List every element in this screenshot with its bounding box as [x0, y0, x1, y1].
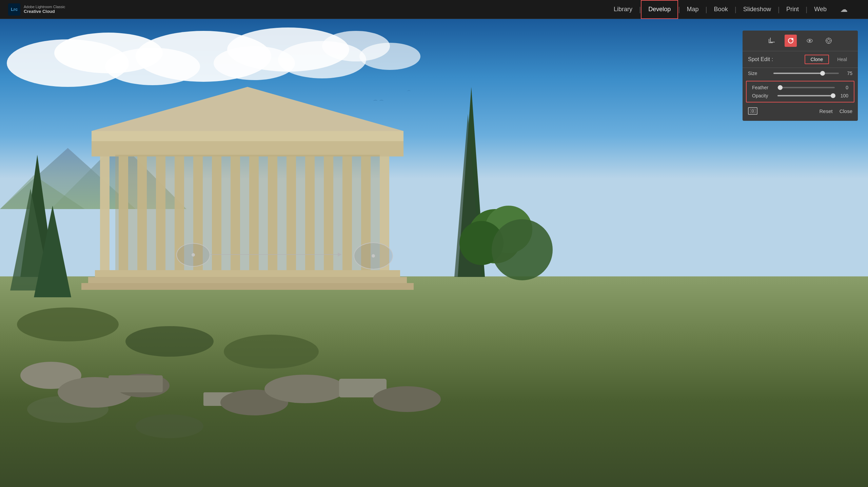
nav-book[interactable]: Book	[707, 0, 735, 19]
spot-arrow	[210, 254, 339, 255]
svg-rect-35	[92, 139, 403, 156]
svg-point-63	[791, 38, 793, 40]
size-slider-row: Size 75	[743, 68, 858, 79]
close-button[interactable]: Close	[840, 108, 852, 114]
nav-web[interactable]: Web	[807, 0, 833, 19]
svg-rect-72	[750, 109, 755, 113]
photo-background: ⌒ ⌒ ⌒	[0, 19, 868, 487]
logo-area: Lrc Adobe Lightroom Classic Creative Clo…	[0, 3, 73, 16]
logo-icon: Lrc	[8, 3, 20, 16]
opacity-slider-row: Opacity 100	[752, 93, 848, 98]
size-slider-track[interactable]	[773, 73, 839, 74]
feather-slider-track[interactable]	[777, 87, 835, 88]
svg-point-67	[827, 39, 830, 42]
size-label: Size	[748, 71, 770, 76]
nav-develop[interactable]: Develop	[641, 0, 678, 19]
feather-slider-row: Feather 0	[752, 85, 848, 90]
navbar: Lrc Adobe Lightroom Classic Creative Clo…	[0, 0, 868, 19]
photo-area: ⌒ ⌒ ⌒	[0, 19, 868, 487]
svg-point-54	[264, 375, 346, 403]
spot-edit-row: Spot Edit : Clone Heal	[743, 51, 858, 68]
app-name-bottom: Creative Cloud	[24, 9, 65, 14]
svg-point-9	[359, 43, 420, 70]
size-value: 75	[842, 71, 852, 76]
nav-map[interactable]: Map	[680, 0, 705, 19]
svg-rect-19	[100, 155, 110, 270]
cloud-sync-icon[interactable]: ☁	[840, 5, 848, 14]
crop-tool-icon[interactable]	[766, 35, 778, 47]
size-slider-thumb[interactable]	[820, 71, 825, 76]
spot-dot-2	[372, 254, 375, 258]
opacity-slider-thumb[interactable]	[831, 93, 835, 98]
svg-point-57	[17, 307, 119, 341]
opacity-slider-fill	[777, 95, 835, 96]
svg-text:⌒: ⌒	[407, 90, 411, 95]
tool-icons-row	[743, 31, 858, 51]
spot-dot-1	[192, 253, 195, 257]
size-slider-fill	[773, 73, 823, 74]
sliders-section: Feather 0 Opacity 100	[746, 81, 854, 102]
action-row: Reset Close	[743, 105, 858, 117]
opacity-label: Opacity	[752, 93, 774, 98]
arrow-head	[338, 252, 342, 257]
reset-button[interactable]: Reset	[819, 108, 832, 114]
heal-button[interactable]: Heal	[832, 55, 852, 63]
logo-text: Adobe Lightroom Classic Creative Cloud	[24, 5, 65, 14]
feather-label: Feather	[752, 85, 774, 90]
nav-slideshow[interactable]: Slideshow	[736, 0, 778, 19]
feather-value: 0	[838, 85, 848, 90]
svg-point-59	[224, 335, 319, 369]
opacity-value: 100	[838, 93, 848, 98]
svg-point-56	[373, 386, 441, 412]
svg-rect-36	[92, 131, 403, 141]
radial-filter-tool-icon[interactable]	[823, 35, 835, 47]
svg-rect-51	[108, 375, 163, 392]
scene-svg: ⌒ ⌒ ⌒	[0, 19, 868, 487]
feather-slider-thumb[interactable]	[778, 85, 783, 90]
nav-library[interactable]: Library	[607, 0, 639, 19]
spot-removal-tool-icon[interactable]	[785, 35, 797, 47]
tool-panel: Spot Edit : Clone Heal Size 75 Feather 0…	[743, 31, 858, 121]
opacity-slider-track[interactable]	[777, 95, 835, 96]
nav-links: Library | Develop | Map | Book | Slidesh…	[607, 0, 868, 19]
svg-point-65	[809, 40, 811, 42]
red-eye-tool-icon[interactable]	[804, 35, 816, 47]
spot-edit-label: Spot Edit :	[748, 56, 805, 62]
nav-print[interactable]: Print	[780, 0, 806, 19]
svg-point-47	[492, 219, 553, 280]
svg-point-58	[125, 326, 214, 357]
svg-point-73	[752, 110, 754, 112]
clone-button[interactable]: Clone	[805, 55, 829, 64]
spot-circle-2[interactable]	[354, 242, 393, 269]
svg-rect-18	[81, 283, 414, 290]
app-name-top: Adobe Lightroom Classic	[24, 5, 65, 9]
svg-text:⌒ ⌒: ⌒ ⌒	[373, 99, 384, 105]
svg-point-15	[136, 414, 203, 438]
spot-circle-1[interactable]	[176, 243, 210, 267]
screenshot-icon[interactable]	[748, 107, 757, 115]
svg-point-66	[826, 38, 831, 43]
